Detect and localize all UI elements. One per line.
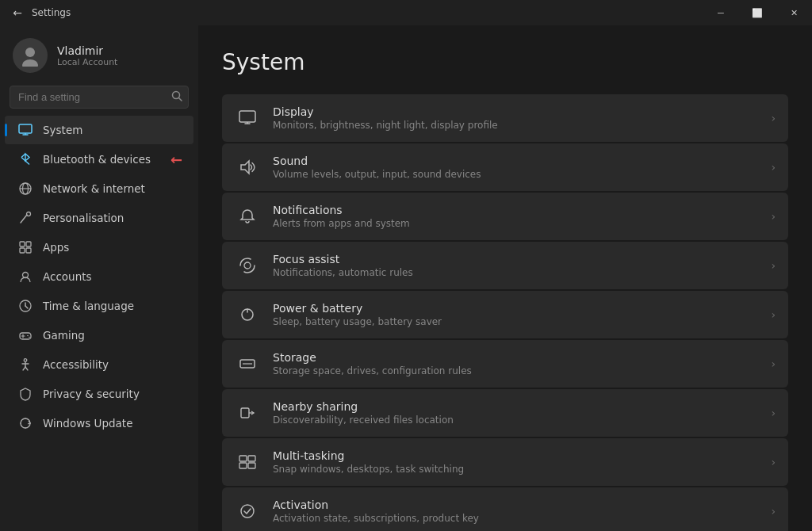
storage-text: Storage Storage space, drives, configura… bbox=[273, 351, 758, 376]
sidebar-item-network-label: Network & internet bbox=[43, 182, 145, 195]
sidebar-item-bluetooth[interactable]: Bluetooth & devices ← bbox=[5, 145, 193, 174]
sidebar-item-personalisation[interactable]: Personalisation bbox=[5, 204, 193, 232]
svg-rect-15 bbox=[26, 248, 31, 253]
page-title: System bbox=[222, 49, 788, 75]
svg-line-3 bbox=[179, 98, 182, 101]
search-input[interactable] bbox=[10, 86, 189, 109]
setting-item-display[interactable]: Display Monitors, brightness, night ligh… bbox=[222, 94, 788, 142]
maximize-button[interactable]: ⬜ bbox=[739, 0, 776, 25]
sidebar-item-network[interactable]: Network & internet bbox=[5, 174, 193, 203]
settings-list: Display Monitors, brightness, night ligh… bbox=[222, 94, 788, 531]
multitasking-name: Multi-tasking bbox=[273, 449, 758, 462]
search-icon bbox=[171, 90, 182, 104]
svg-rect-39 bbox=[241, 408, 249, 418]
setting-item-power[interactable]: Power & battery Sleep, battery usage, ba… bbox=[222, 291, 788, 338]
power-text: Power & battery Sleep, battery usage, ba… bbox=[273, 302, 758, 327]
svg-line-10 bbox=[21, 215, 27, 223]
svg-point-11 bbox=[27, 212, 31, 216]
titlebar-left: ← Settings bbox=[10, 5, 71, 21]
focus-name: Focus assist bbox=[273, 253, 758, 266]
back-button[interactable]: ← bbox=[10, 5, 25, 21]
sidebar-item-gaming[interactable]: Gaming bbox=[5, 321, 193, 350]
svg-point-24 bbox=[29, 337, 30, 338]
time-icon bbox=[17, 298, 33, 314]
display-icon bbox=[235, 105, 260, 131]
svg-rect-13 bbox=[26, 242, 31, 246]
sound-desc: Volume levels, output, input, sound devi… bbox=[273, 169, 758, 180]
multitasking-chevron-icon: › bbox=[771, 456, 776, 468]
sidebar-item-time-label: Time & language bbox=[43, 300, 134, 312]
sidebar-item-accounts[interactable]: Accounts bbox=[5, 262, 193, 291]
svg-point-25 bbox=[24, 359, 27, 362]
setting-item-sound[interactable]: Sound Volume levels, output, input, soun… bbox=[222, 143, 788, 191]
notifications-name: Notifications bbox=[273, 204, 758, 216]
display-text: Display Monitors, brightness, night ligh… bbox=[273, 105, 758, 131]
sound-icon bbox=[235, 155, 260, 180]
nearby-name: Nearby sharing bbox=[273, 400, 758, 413]
storage-desc: Storage space, drives, configuration rul… bbox=[273, 365, 758, 376]
user-section[interactable]: Vladimir Local Account bbox=[0, 25, 198, 82]
focus-icon bbox=[235, 253, 260, 278]
activation-icon bbox=[235, 499, 260, 524]
notifications-desc: Alerts from apps and system bbox=[273, 218, 758, 229]
sidebar-item-bluetooth-label: Bluetooth & devices bbox=[43, 153, 151, 166]
apps-icon bbox=[17, 239, 33, 255]
titlebar-controls: ─ ⬜ ✕ bbox=[703, 0, 812, 25]
activation-desc: Activation state, subscriptions, product… bbox=[273, 513, 758, 524]
setting-item-activation[interactable]: Activation Activation state, subscriptio… bbox=[222, 487, 788, 531]
svg-line-29 bbox=[25, 367, 28, 370]
power-desc: Sleep, battery usage, battery saver bbox=[273, 316, 758, 327]
privacy-icon bbox=[17, 386, 33, 402]
nearby-icon bbox=[235, 400, 260, 426]
display-chevron-icon: › bbox=[771, 112, 776, 124]
multitasking-desc: Snap windows, desktops, task switching bbox=[273, 464, 758, 475]
svg-rect-43 bbox=[239, 463, 247, 468]
search-box bbox=[10, 86, 189, 109]
storage-name: Storage bbox=[273, 351, 758, 364]
avatar bbox=[13, 38, 48, 73]
setting-item-multitasking[interactable]: Multi-tasking Snap windows, desktops, ta… bbox=[222, 438, 788, 486]
sidebar-item-accessibility[interactable]: Accessibility bbox=[5, 350, 193, 379]
svg-point-23 bbox=[27, 335, 29, 337]
sidebar-item-personalisation-label: Personalisation bbox=[43, 212, 124, 224]
user-info: Vladimir Local Account bbox=[57, 44, 117, 67]
sidebar-item-accessibility-label: Accessibility bbox=[43, 358, 109, 371]
activation-text: Activation Activation state, subscriptio… bbox=[273, 499, 758, 524]
svg-rect-41 bbox=[239, 456, 247, 461]
sidebar-item-time[interactable]: Time & language bbox=[5, 292, 193, 320]
focus-text: Focus assist Notifications, automatic ru… bbox=[273, 253, 758, 278]
multitasking-icon bbox=[235, 449, 260, 475]
power-name: Power & battery bbox=[273, 302, 758, 315]
svg-point-1 bbox=[22, 59, 38, 67]
svg-point-34 bbox=[244, 262, 251, 269]
display-name: Display bbox=[273, 105, 758, 118]
setting-item-nearby[interactable]: Nearby sharing Discoverability, received… bbox=[222, 389, 788, 437]
titlebar: ← Settings ─ ⬜ ✕ bbox=[0, 0, 812, 25]
sidebar-nav: System Bluetooth & devices ← bbox=[0, 115, 198, 438]
svg-line-19 bbox=[25, 306, 28, 308]
bluetooth-arrow-icon: ← bbox=[170, 151, 182, 168]
svg-line-28 bbox=[23, 367, 25, 370]
sidebar-item-privacy[interactable]: Privacy & security bbox=[5, 380, 193, 408]
update-icon bbox=[17, 415, 33, 431]
user-subtitle: Local Account bbox=[57, 57, 117, 67]
notifications-icon bbox=[235, 204, 260, 229]
svg-rect-44 bbox=[248, 463, 255, 468]
activation-chevron-icon: › bbox=[771, 505, 776, 518]
storage-chevron-icon: › bbox=[771, 357, 776, 370]
setting-item-notifications[interactable]: Notifications Alerts from apps and syste… bbox=[222, 193, 788, 240]
personalisation-icon bbox=[17, 210, 33, 226]
sidebar-item-apps-label: Apps bbox=[43, 241, 69, 254]
minimize-button[interactable]: ─ bbox=[703, 0, 739, 25]
sidebar-item-gaming-label: Gaming bbox=[43, 329, 85, 342]
setting-item-focus[interactable]: Focus assist Notifications, automatic ru… bbox=[222, 242, 788, 289]
sidebar-item-update[interactable]: Windows Update bbox=[5, 409, 193, 437]
sidebar-item-system[interactable]: System bbox=[5, 116, 193, 144]
notifications-text: Notifications Alerts from apps and syste… bbox=[273, 204, 758, 229]
svg-rect-14 bbox=[20, 248, 25, 253]
setting-item-storage[interactable]: Storage Storage space, drives, configura… bbox=[222, 340, 788, 388]
sidebar-item-apps[interactable]: Apps bbox=[5, 233, 193, 262]
close-button[interactable]: ✕ bbox=[776, 0, 812, 25]
svg-rect-12 bbox=[20, 242, 25, 246]
svg-rect-42 bbox=[248, 456, 255, 461]
